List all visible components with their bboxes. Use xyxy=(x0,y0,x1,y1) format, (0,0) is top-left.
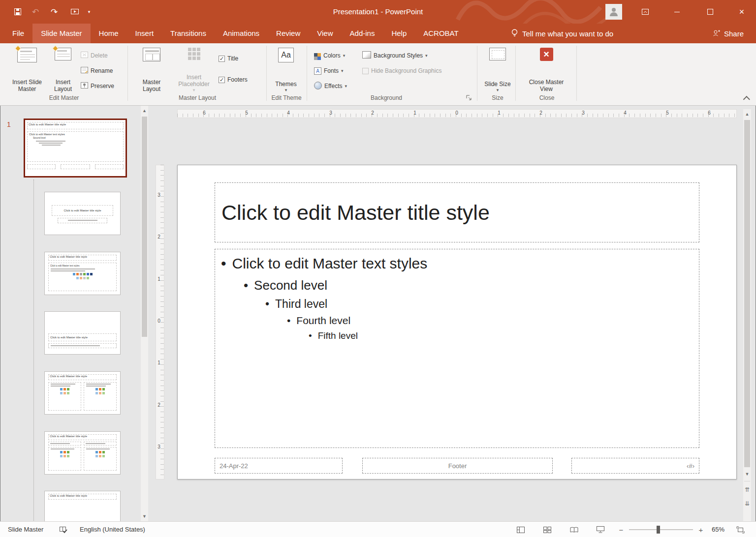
date-placeholder[interactable]: 24-Apr-22 xyxy=(215,458,343,474)
insert-slide-master-button[interactable]: Insert Slide Master xyxy=(6,46,48,92)
fonts-icon: A xyxy=(314,67,321,75)
slide-sorter-view-icon[interactable] xyxy=(541,525,553,534)
zoom-out-icon[interactable]: − xyxy=(615,525,627,534)
scroll-up-icon[interactable]: ▲ xyxy=(141,107,148,115)
title-placeholder[interactable]: Click to edit Master title style xyxy=(215,182,699,242)
layout-thumbnail-title-only[interactable]: Click to edit Master title style xyxy=(44,491,121,521)
background-dialog-launcher-icon[interactable] xyxy=(466,94,473,102)
tab-home[interactable]: Home xyxy=(91,24,127,43)
zoom-slider-thumb[interactable] xyxy=(657,526,660,534)
account-avatar[interactable] xyxy=(605,4,622,20)
zoom-level[interactable]: 65% xyxy=(712,526,724,533)
scroll-up-icon[interactable]: ▲ xyxy=(743,110,751,118)
tab-file[interactable]: File xyxy=(4,24,32,43)
colors-button[interactable]: Colors ▾ xyxy=(314,50,345,61)
footer-placeholder[interactable]: Footer xyxy=(362,458,553,474)
master-layout-button[interactable]: Master Layout xyxy=(136,46,167,92)
group-separator xyxy=(266,46,267,101)
layout-thumbnail-title-and-content[interactable]: Click to edit Master title style Click t… xyxy=(44,252,121,295)
slide-show-icon[interactable] xyxy=(595,525,606,534)
layout-thumbnail-title-slide[interactable]: Click to edit Master title style xyxy=(44,192,121,235)
tab-acrobat[interactable]: ACROBAT xyxy=(415,24,467,43)
group-label-background: Background xyxy=(308,94,465,102)
fit-slide-to-window-icon[interactable] xyxy=(734,525,746,534)
status-language[interactable]: English (United States) xyxy=(80,526,145,533)
layout-thumbnail-comparison[interactable]: Click to edit Master title style xyxy=(44,431,121,475)
body-placeholder[interactable]: •Click to edit Master text styles •Secon… xyxy=(215,249,699,448)
insert-layout-button[interactable]: Insert Layout xyxy=(49,46,77,92)
group-label-size: Size xyxy=(480,94,515,102)
layout-thumbnail-two-content[interactable]: Click to edit Master title style xyxy=(44,371,121,415)
main-vertical-scrollbar[interactable]: ▲ ▼ ⇈ ⇊ xyxy=(743,109,751,521)
slide-master-canvas[interactable]: Click to edit Master title style •Click … xyxy=(177,165,737,479)
rename-icon xyxy=(81,67,88,75)
thumbnail-panel-scrollbar[interactable]: ▲ ▼ xyxy=(141,106,148,521)
tab-review[interactable]: Review xyxy=(268,24,309,43)
master-slide-thumbnail[interactable]: Click to edit Master title style Click t… xyxy=(24,119,127,178)
share-button[interactable]: Share xyxy=(713,24,744,43)
checkbox-checked-icon: ✓ xyxy=(219,56,225,62)
dropdown-caret-icon: ▾ xyxy=(285,88,287,92)
dropdown-caret-icon: ▾ xyxy=(341,68,344,73)
body-level-4: •Fourth level xyxy=(287,315,693,327)
layout-hierarchy-line xyxy=(33,179,34,521)
insert-placeholder-button: Insert Placeholder ▾ xyxy=(173,46,215,92)
powerpoint-window: ↶ ↷ ▾ Presentation1 - PowerPoint × File … xyxy=(0,0,756,537)
dropdown-caret-icon: ▾ xyxy=(193,88,195,92)
slide-thumbnail-panel: 1 Click to edit Master title style Click… xyxy=(0,106,149,521)
hide-background-graphics-checkbox: Hide Background Graphics xyxy=(362,65,441,77)
rename-button[interactable]: Rename xyxy=(81,65,113,77)
next-slide-icon[interactable]: ⇊ xyxy=(743,498,751,509)
slide-number-placeholder[interactable]: ‹#› xyxy=(571,458,699,474)
colors-icon xyxy=(314,51,321,60)
body-level-2: •Second level xyxy=(244,278,693,293)
maximize-button[interactable] xyxy=(699,0,722,24)
minimize-button[interactable] xyxy=(665,0,688,24)
tab-insert[interactable]: Insert xyxy=(127,24,162,43)
scrollbar-thumb[interactable] xyxy=(142,117,147,337)
group-separator xyxy=(127,46,128,101)
layout-thumbnail-section-header[interactable]: Click to edit Master title style xyxy=(44,311,121,355)
tab-help[interactable]: Help xyxy=(383,24,415,43)
title-checkbox[interactable]: ✓ Title xyxy=(219,53,238,64)
tell-me-box[interactable]: Tell me what you want to do xyxy=(511,24,613,43)
status-view-name[interactable]: Slide Master xyxy=(8,526,43,533)
fonts-button[interactable]: A Fonts ▾ xyxy=(314,65,344,77)
tab-addins[interactable]: Add-ins xyxy=(342,24,383,43)
tab-view[interactable]: View xyxy=(309,24,341,43)
tab-transitions[interactable]: Transitions xyxy=(162,24,215,43)
dropdown-caret-icon: ▾ xyxy=(343,53,346,58)
reading-view-icon[interactable] xyxy=(568,525,580,534)
themes-icon: Aa xyxy=(278,48,294,62)
close-master-view-icon: × xyxy=(540,48,553,61)
group-separator xyxy=(477,46,477,101)
group-separator xyxy=(515,46,516,101)
tab-animations[interactable]: Animations xyxy=(215,24,268,43)
footers-checkbox[interactable]: ✓ Footers xyxy=(219,74,248,86)
themes-button[interactable]: Aa Themes ▾ xyxy=(271,46,301,92)
collapse-ribbon-icon[interactable] xyxy=(740,95,750,103)
scrollbar-thumb[interactable] xyxy=(744,120,750,467)
spell-check-icon[interactable] xyxy=(57,525,69,534)
tab-slide-master[interactable]: Slide Master xyxy=(32,24,90,43)
previous-slide-icon[interactable]: ⇈ xyxy=(743,484,751,496)
body-level-5: •Fifth level xyxy=(309,330,693,341)
effects-button[interactable]: Effects ▾ xyxy=(314,80,347,92)
group-label-edit-master: Edit Master xyxy=(6,94,122,102)
scroll-down-icon[interactable]: ▼ xyxy=(141,512,148,520)
ribbon-display-options-icon[interactable] xyxy=(635,0,656,24)
preserve-button[interactable]: Preserve xyxy=(81,80,114,92)
close-button[interactable]: × xyxy=(730,0,753,24)
share-icon xyxy=(713,29,721,38)
normal-view-icon[interactable] xyxy=(515,525,527,534)
close-master-view-button[interactable]: × Close Master View xyxy=(524,46,569,92)
body-level-1: •Click to edit Master text styles xyxy=(221,255,693,272)
background-styles-icon xyxy=(362,51,371,60)
delete-button: Delete xyxy=(81,50,108,61)
zoom-in-icon[interactable]: + xyxy=(695,525,707,534)
slide-size-button[interactable]: Slide Size ▾ xyxy=(482,46,513,92)
scroll-down-icon[interactable]: ▼ xyxy=(743,470,751,478)
background-styles-button[interactable]: Background Styles ▾ xyxy=(362,50,428,61)
dropdown-caret-icon: ▾ xyxy=(425,53,428,58)
zoom-slider-track[interactable] xyxy=(629,529,693,530)
